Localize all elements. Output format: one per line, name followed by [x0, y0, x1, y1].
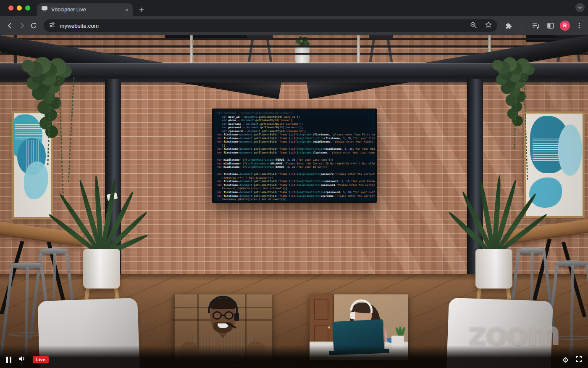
fullscreen-button[interactable]	[575, 356, 582, 364]
window-chevron-down-icon[interactable]	[575, 3, 585, 12]
glasses-lens	[213, 311, 222, 320]
screen-share-tab-icon	[41, 6, 48, 13]
volume-button[interactable]	[18, 355, 26, 364]
abstract-painting-left	[12, 111, 53, 219]
extensions-puzzle-icon[interactable]	[502, 20, 514, 32]
url-text[interactable]: mywebsite.com	[60, 23, 470, 29]
railing-post	[190, 35, 193, 63]
site-settings-tune-icon[interactable]	[49, 21, 55, 30]
tab-title: Vdocipher Live	[51, 7, 125, 13]
toolbar-separator	[522, 21, 522, 30]
live-stream-video[interactable]: var lastname = document.getElementById('…	[0, 35, 588, 368]
upper-plant-pot	[295, 46, 310, 63]
tab-strip: Vdocipher Live ×	[0, 0, 588, 16]
zoom-out-magnifier-icon[interactable]	[470, 21, 477, 30]
reload-button[interactable]	[28, 20, 39, 32]
forward-button[interactable]	[16, 20, 28, 32]
menu-dots-icon[interactable]	[573, 20, 585, 32]
live-badge[interactable]: Live	[33, 356, 49, 363]
wall-monitor: var lastname = document.getElementById('…	[212, 109, 377, 203]
player-control-bar: Live ⚙	[0, 345, 588, 368]
browser-toolbar: mywebsite.com R	[0, 16, 588, 35]
glasses-lens	[224, 311, 234, 320]
railing-post	[357, 35, 360, 63]
pause-button[interactable]	[6, 357, 11, 363]
close-tab-icon[interactable]: ×	[125, 7, 129, 13]
profile-avatar[interactable]: R	[560, 21, 570, 31]
code-lines: var lastname = document.getElementById('…	[217, 111, 375, 201]
beam-shadow	[0, 82, 588, 85]
tab-vdocipher-live[interactable]: Vdocipher Live ×	[37, 3, 133, 16]
back-button[interactable]	[4, 20, 16, 32]
maximize-window-button[interactable]	[25, 5, 30, 11]
potted-plant-left	[58, 155, 146, 299]
participant1-head	[210, 299, 236, 332]
railing-bar	[0, 38, 588, 40]
toolbar-right-cluster: R	[502, 20, 585, 32]
media-controls-icon[interactable]	[530, 20, 541, 32]
address-bar[interactable]: mywebsite.com	[44, 19, 497, 32]
new-tab-button[interactable]	[137, 5, 146, 14]
railing-bar	[0, 45, 588, 48]
minimize-window-button[interactable]	[17, 5, 22, 11]
close-window-button[interactable]	[8, 5, 13, 11]
window-controls	[8, 5, 30, 11]
headset-band	[208, 296, 238, 313]
settings-gear-icon[interactable]: ⚙	[562, 357, 569, 364]
headset-earcup	[234, 313, 239, 321]
potted-plant-right	[449, 155, 538, 299]
code-screen: var lastname = document.getElementById('…	[214, 110, 375, 201]
browser-window: Vdocipher Live × mywebsite.com	[0, 0, 588, 368]
side-panel-icon[interactable]	[545, 20, 556, 32]
bookmark-star-icon[interactable]	[485, 21, 492, 30]
headphones-earcup	[350, 312, 355, 319]
